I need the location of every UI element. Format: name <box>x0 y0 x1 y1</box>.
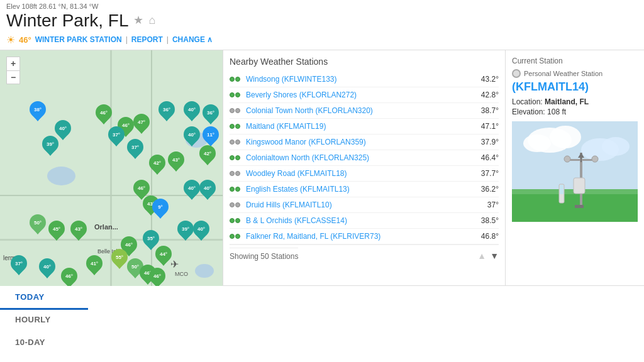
change-link[interactable]: CHANGE ∧ <box>172 35 213 44</box>
weather-pin[interactable]: 43° <box>70 221 87 242</box>
weather-pin[interactable]: 46° <box>133 180 150 201</box>
weather-pin[interactable]: 44° <box>155 246 172 267</box>
station-signal <box>230 202 242 207</box>
station-temp: 37.7° <box>474 169 499 178</box>
station-name-link[interactable]: Kingswood Manor (KFLORLAN359) <box>246 138 474 146</box>
map-controls: + − <box>6 57 20 84</box>
station-temp: 47.1° <box>474 122 499 131</box>
city-title-container: Winter Park, FL ★ ⌂ <box>6 10 638 31</box>
zoom-out-button[interactable]: − <box>6 70 20 84</box>
svg-point-3 <box>523 134 551 152</box>
weather-pin[interactable]: 37° <box>10 255 28 277</box>
current-station-panel: Current Station Personal Weather Station… <box>506 50 644 285</box>
showing-row: Showing 50 Stations ▲ ▼ <box>230 244 499 267</box>
station-row[interactable]: Falkner Rd, Maitland, FL (KFLRIVER73) 46… <box>230 229 499 244</box>
station-row[interactable]: Colonial Town North (KFLORLAN320) 38.7° <box>230 103 499 119</box>
weather-pin[interactable]: 55° <box>111 249 128 270</box>
cs-name[interactable]: (KFLMAITL14) <box>512 80 638 94</box>
station-name-link[interactable]: Windsong (KFLWINTE133) <box>246 75 474 84</box>
station-signal <box>230 218 242 223</box>
station-temp: 38.5° <box>474 216 499 225</box>
weather-pin[interactable]: 46° <box>148 268 166 286</box>
station-signal <box>230 108 242 113</box>
weather-pin[interactable]: 38° <box>29 101 47 123</box>
station-signal <box>230 140 242 145</box>
station-row[interactable]: English Estates (KFLMAITL13) 36.2° <box>230 182 499 197</box>
signal-dot <box>230 124 235 129</box>
signal-dot-2 <box>235 108 240 113</box>
weather-pin[interactable]: 40° <box>183 180 201 201</box>
station-row[interactable]: Windsong (KFLWINTE133) 43.2° <box>230 72 499 87</box>
signal-dot-2 <box>235 218 240 223</box>
map-container[interactable]: ✈ MCO Orlan... lermer Belle Isle + − 38°… <box>0 50 223 286</box>
station-name-link[interactable]: Colonialtown North (KFLORLAN325) <box>246 153 474 162</box>
weather-pin[interactable]: 47° <box>133 114 150 135</box>
main-area: ✈ MCO Orlan... lermer Belle Isle + − 38°… <box>0 50 644 286</box>
weather-pin[interactable]: 36° <box>158 101 175 123</box>
station-signal <box>230 124 242 129</box>
airport-label: MCO <box>175 271 188 277</box>
svg-point-5 <box>602 137 630 156</box>
scroll-up-arrow[interactable]: ▲ <box>477 251 486 261</box>
weather-pin[interactable]: 42° <box>148 155 166 176</box>
station-name-link[interactable]: Druid Hills (KFLMAITL10) <box>246 200 474 209</box>
lake-2 <box>47 167 75 185</box>
weather-pin[interactable]: 45° <box>48 221 65 242</box>
weather-pin[interactable]: 37° <box>108 126 125 148</box>
weather-pin[interactable]: 40° <box>183 101 201 123</box>
station-name-link[interactable]: English Estates (KFLMAITL13) <box>246 185 474 194</box>
station-row[interactable]: Maitland (KFLMAITL19) 47.1° <box>230 119 499 134</box>
tab-calendar[interactable]: CALENDAR <box>0 354 88 362</box>
weather-pin[interactable]: 11° <box>202 126 219 148</box>
weather-pin[interactable]: 43° <box>167 151 185 173</box>
station-temp: 46.4° <box>474 153 499 162</box>
scroll-arrows: ▲ ▼ <box>477 248 499 263</box>
cs-title: Current Station <box>512 57 638 65</box>
weather-pin[interactable]: 39° <box>177 221 194 242</box>
station-row[interactable]: Druid Hills (KFLMAITL10) 37° <box>230 197 499 213</box>
weather-pin[interactable]: 40° <box>183 126 201 148</box>
weather-pin[interactable]: 50° <box>29 214 47 236</box>
station-signal <box>230 77 242 82</box>
station-name-link[interactable]: B & L Orchids (KFLCASSE14) <box>246 216 474 225</box>
tab-10-day[interactable]: 10-DAY <box>0 331 88 355</box>
station-temp: 46.8° <box>474 232 499 241</box>
svg-point-11 <box>592 156 598 162</box>
weather-pin[interactable]: 40° <box>199 180 216 201</box>
scroll-down-arrow[interactable]: ▼ <box>490 251 499 261</box>
zoom-in-button[interactable]: + <box>6 57 20 70</box>
weather-pin[interactable]: 37° <box>126 139 144 160</box>
home-icon[interactable]: ⌂ <box>148 14 155 28</box>
signal-dot <box>230 155 235 160</box>
tab-today[interactable]: TODAY <box>0 286 88 310</box>
weather-pin[interactable]: 9° <box>152 199 169 220</box>
weather-pin[interactable]: 42° <box>199 145 216 167</box>
report-link[interactable]: REPORT <box>131 35 163 44</box>
signal-dot-2 <box>235 140 240 145</box>
station-row[interactable]: Beverly Shores (KFLORLAN272) 42.8° <box>230 87 499 103</box>
svg-rect-17 <box>560 185 564 194</box>
station-name-link[interactable]: Colonial Town North (KFLORLAN320) <box>246 106 474 115</box>
weather-pin[interactable]: 40° <box>192 221 210 242</box>
station-row[interactable]: Colonialtown North (KFLORLAN325) 46.4° <box>230 150 499 166</box>
station-name-link[interactable]: Falkner Rd, Maitland, FL (KFLRIVER73) <box>246 232 474 241</box>
station-temp: 38.7° <box>474 106 499 115</box>
station-name-link[interactable]: Maitland (KFLMAITL19) <box>246 122 474 131</box>
weather-pin[interactable]: 41° <box>86 255 103 277</box>
station-name-link[interactable]: WINTER PARK STATION <box>35 35 122 44</box>
station-row[interactable]: B & L Orchids (KFLCASSE14) 38.5° <box>230 213 499 229</box>
weather-pin[interactable]: 36° <box>202 104 219 126</box>
station-row[interactable]: Woodley Road (KFLMAITL18) 37.7° <box>230 166 499 182</box>
favorite-star-icon[interactable]: ★ <box>133 14 143 28</box>
weather-pin[interactable]: 46° <box>95 104 113 126</box>
station-name-link[interactable]: Beverly Shores (KFLORLAN272) <box>246 90 474 99</box>
station-row[interactable]: Kingswood Manor (KFLORLAN359) 37.9° <box>230 134 499 150</box>
weather-pin[interactable]: 40° <box>38 258 56 280</box>
tab-hourly[interactable]: HOURLY <box>0 309 88 332</box>
station-temp: 37.9° <box>474 138 499 146</box>
signal-dot <box>230 171 235 176</box>
station-signal <box>230 234 242 239</box>
weather-pin[interactable]: 39° <box>42 136 59 157</box>
weather-pin[interactable]: 46° <box>60 268 78 286</box>
station-name-link[interactable]: Woodley Road (KFLMAITL18) <box>246 169 474 178</box>
